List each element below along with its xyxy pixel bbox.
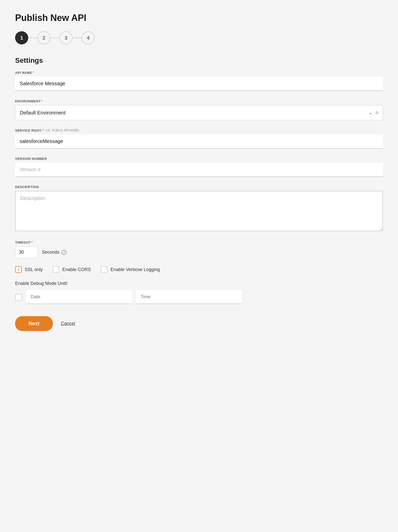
ssl-only-label: SSL only: [25, 267, 43, 272]
debug-mode-label: Enable Debug Mode Until:: [15, 281, 383, 286]
step-3[interactable]: 3: [59, 31, 73, 44]
enable-verbose-logging-label: Enable Verbose Logging: [110, 267, 160, 272]
description-textarea[interactable]: [15, 191, 383, 231]
step-connector-1: [28, 38, 37, 38]
chevron-down-icon: ⌄: [369, 110, 372, 115]
page-container: Publish New API 1 2 3 4 Settings API NAM…: [0, 0, 398, 532]
enable-cors-checkbox[interactable]: [53, 266, 59, 273]
cancel-button[interactable]: Cancel: [61, 321, 75, 326]
debug-mode-checkbox[interactable]: [15, 294, 22, 301]
section-title: Settings: [15, 56, 383, 65]
version-number-group: VERSION NUMBER: [15, 157, 383, 177]
page-title: Publish New API: [15, 13, 383, 23]
debug-mode-group: Enable Debug Mode Until:: [15, 281, 383, 304]
environment-select-wrapper: Default Environment ⌄ ↻: [15, 105, 383, 120]
ssl-only-checkbox[interactable]: [15, 266, 22, 273]
environment-label: ENVIRONMENT*: [15, 99, 383, 103]
description-label: DESCRIPTION: [15, 185, 383, 189]
debug-date-input[interactable]: [26, 290, 132, 304]
ssl-only-checkbox-item[interactable]: SSL only: [15, 266, 43, 273]
step-2[interactable]: 2: [37, 31, 50, 44]
debug-mode-row: [15, 290, 383, 304]
service-root-label: SERVICE ROOT:* (I.E. PUBLIC API NAME): [15, 128, 383, 132]
info-icon[interactable]: i: [61, 250, 67, 255]
api-name-label: API NAME*: [15, 71, 383, 75]
enable-verbose-logging-checkbox[interactable]: [101, 266, 107, 273]
step-4[interactable]: 4: [82, 31, 95, 44]
step-connector-2: [50, 38, 59, 38]
timeout-input[interactable]: [15, 246, 38, 258]
description-group: DESCRIPTION: [15, 185, 383, 232]
step-indicator: 1 2 3 4: [15, 31, 383, 44]
step-connector-3: [73, 38, 82, 38]
version-number-label: VERSION NUMBER: [15, 157, 383, 161]
checkboxes-row: SSL only Enable CORS Enable Verbose Logg…: [15, 266, 383, 273]
action-row: Next Cancel: [15, 316, 383, 331]
timeout-seconds-label: Seconds i: [42, 250, 67, 255]
version-number-input[interactable]: [15, 163, 383, 177]
next-button[interactable]: Next: [15, 316, 53, 331]
refresh-icon[interactable]: ↻: [375, 110, 379, 115]
enable-cors-checkbox-item[interactable]: Enable CORS: [53, 266, 91, 273]
timeout-label: TIMEOUT*: [15, 240, 383, 244]
api-name-input[interactable]: [15, 77, 383, 91]
service-root-group: SERVICE ROOT:* (I.E. PUBLIC API NAME): [15, 128, 383, 149]
environment-group: ENVIRONMENT* Default Environment ⌄ ↻: [15, 99, 383, 120]
timeout-group: TIMEOUT* Seconds i: [15, 240, 383, 258]
step-1[interactable]: 1: [15, 31, 28, 44]
debug-time-input[interactable]: [136, 290, 242, 304]
timeout-row: Seconds i: [15, 246, 383, 258]
service-root-input[interactable]: [15, 134, 383, 149]
environment-select[interactable]: Default Environment: [15, 105, 369, 120]
api-name-group: API NAME*: [15, 71, 383, 91]
enable-verbose-logging-checkbox-item[interactable]: Enable Verbose Logging: [101, 266, 160, 273]
enable-cors-label: Enable CORS: [62, 267, 91, 272]
